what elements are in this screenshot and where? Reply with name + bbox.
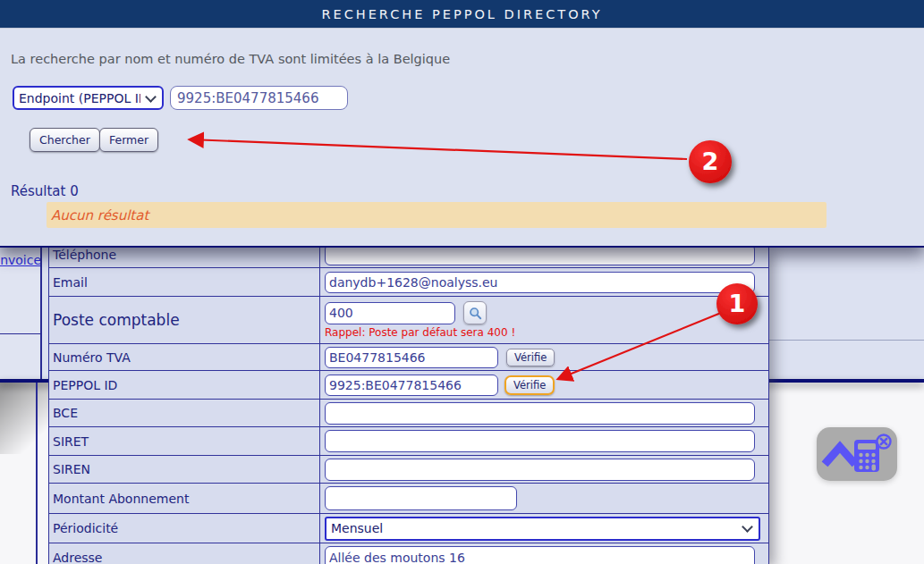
close-icon [877,435,891,449]
default-post-reminder: Rappel: Poste par défaut sera 400 ! [325,326,515,339]
bce-field[interactable] [325,402,755,425]
dialog-title: RECHERCHE PEPPOL DIRECTORY [321,7,602,21]
close-dialog-button[interactable]: Fermer [99,128,158,152]
calculator-icon [854,440,879,472]
accounting-post-label: Poste comptable [49,297,320,343]
app-root: Invoice Téléphone Email Poste comptable [0,0,924,564]
siret-field[interactable] [325,430,755,452]
search-query-input[interactable] [170,86,348,110]
invoice-tab: Invoice [0,245,42,383]
peppol-search-dialog: RECHERCHE PEPPOL DIRECTORY La recherche … [0,0,924,248]
invoice-tab-divider [0,333,42,334]
peppol-id-label: PEPPOL ID [49,371,320,399]
table-row: Poste comptable Rappel: Poste par défaut… [49,297,768,344]
table-row: PEPPOL ID Vérifie [49,371,768,400]
address-label: Adresse [49,543,320,564]
right-background-strip [769,241,924,383]
left-vertical-rule [36,383,38,564]
no-result-banner: Aucun résultat [47,202,827,228]
dialog-title-bar[interactable]: RECHERCHE PEPPOL DIRECTORY [0,0,924,29]
table-row: SIRET [49,427,768,456]
subscription-amount-field[interactable] [325,486,517,510]
table-row: SIREN [49,456,768,484]
table-row: Email [49,268,768,297]
bce-label: BCE [49,400,320,426]
siren-label: SIREN [49,456,320,483]
table-row: Adresse [49,543,768,564]
search-scope-note: La recherche par nom et numéro de TVA so… [11,52,450,66]
email-field[interactable] [325,272,755,293]
vat-number-field[interactable] [325,347,498,368]
email-label: Email [49,268,320,296]
subscription-amount-label: Montant Abonnement [49,484,320,513]
chevron-up-icon [827,447,852,461]
no-result-text: Aucun résultat [47,207,148,223]
company-form-table: Téléphone Email Poste comptable [48,241,769,564]
table-row: BCE [49,400,768,427]
left-sidebar-strip: Invoice [0,241,48,383]
peppol-id-field[interactable] [325,375,498,396]
siret-label: SIRET [49,427,320,455]
magnifier-icon [469,307,482,320]
search-type-select[interactable]: Endpoint (PEPPOL ID) [13,86,164,110]
siren-field[interactable] [325,459,755,481]
periodicity-select[interactable]: Mensuel [325,517,760,541]
search-type-select-wrap: Endpoint (PEPPOL ID) [13,86,164,110]
vat-number-label: Numéro TVA [49,344,320,370]
right-strip-divider [769,340,924,341]
table-row: Montant Abonnement [49,484,768,514]
periodicity-select-wrap: Mensuel [325,517,760,541]
table-row: Périodicité Mensuel [49,514,768,543]
verify-vat-button[interactable]: Vérifie [506,349,555,366]
periodicity-label: Périodicité [49,514,320,543]
search-account-button[interactable] [463,301,487,324]
accounting-post-field[interactable] [325,302,455,324]
invoice-link[interactable]: Invoice [0,253,41,267]
search-button[interactable]: Chercher [30,128,100,152]
calculator-widget-button[interactable] [817,427,897,481]
result-count-label: Résultat 0 [11,183,79,199]
calculator-widget-icons [820,431,894,477]
table-row: Numéro TVA Vérifie [49,344,768,371]
verify-peppol-button[interactable]: Vérifie [504,375,555,395]
address-field[interactable] [325,546,755,564]
